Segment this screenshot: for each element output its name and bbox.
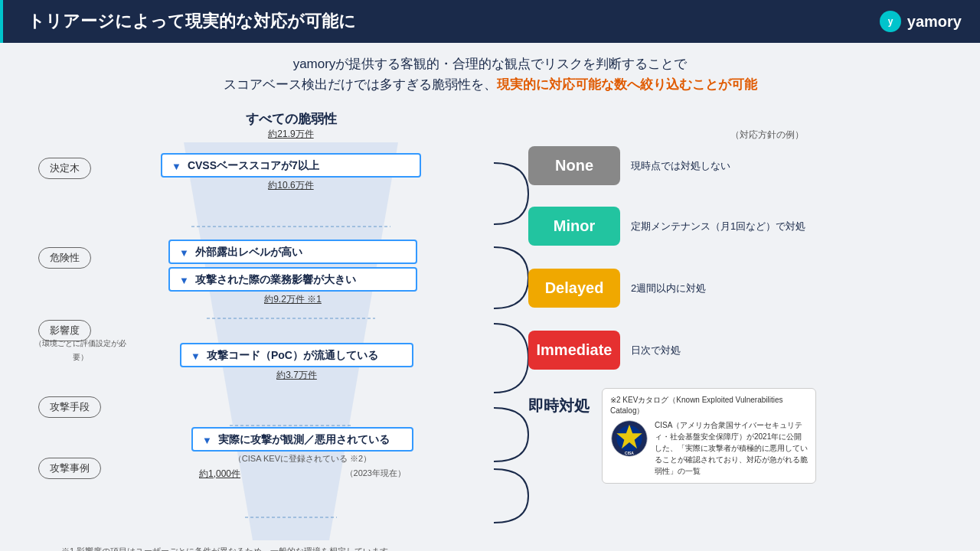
filter4-count: 約1,000件 (199, 468, 240, 481)
filter1-box: ▼ CVSSベーススコアが7以上 (161, 153, 421, 178)
filter2a-text: 外部露出レベルが高い (195, 246, 302, 259)
filter2b-icon: ▼ (179, 275, 189, 286)
label-eikyodo-sub: （環境ごとに評価設定が必要） (31, 335, 130, 363)
severity-immediate-box: Immediate (528, 331, 620, 370)
funnel-container: すべての脆弱性 約21.9万件 ▼ (145, 106, 436, 548)
label-kogeki-shudan: 攻撃手段 (38, 396, 101, 418)
kikensei-badge: 危険性 (38, 247, 91, 269)
filter1-icon: ▼ (172, 161, 181, 172)
svg-marker-2 (184, 142, 398, 540)
kogeki-jirei-badge: 攻撃事例 (38, 458, 101, 479)
filter4-text: 実際に攻撃が観測／悪用されている (218, 433, 390, 447)
kev-title: ※2 KEVカタログ（Known Exploited Vulnerabiliti… (610, 395, 808, 416)
svg-text:y: y (888, 16, 893, 27)
label-kikensei: 危険性 (38, 247, 91, 269)
severity-immediate-desc: 日次で対処 (631, 344, 681, 357)
diagram-container: 決定木 危険性 影響度 （環境ごとに評価設定が必要） 攻撃手段 攻撃事例 すべて… (31, 106, 949, 551)
filter3-icon: ▼ (191, 350, 201, 362)
page-title: トリアージによって現実的な対応が可能に (18, 10, 356, 33)
svg-text:CISA: CISA (625, 451, 634, 455)
funnel-top: すべての脆弱性 約21.9万件 (145, 106, 436, 142)
filter1-count: 約10.6万件 (161, 179, 421, 192)
severity-immediate-block: Immediate 日次で対処 (528, 331, 816, 370)
severity-delayed-desc: 2週間以内に対処 (631, 282, 706, 295)
subtitle-line2-prefix: スコアベース検出だけでは多すぎる脆弱性を、 (224, 77, 497, 92)
filter4-icon: ▼ (202, 435, 212, 446)
label-kogeki-jirei: 攻撃事例 (38, 458, 101, 479)
filter4-box: ▼ 実際に攻撃が観測／悪用されている (191, 427, 413, 452)
cisa-logo: CISA (610, 419, 648, 458)
filter2b-box: ▼ 攻撃された際の業務影響が大きい (168, 267, 417, 292)
subtitle-line2: スコアベース検出だけでは多すぎる脆弱性を、現実的に対応可能な数へ絞り込むことが可… (31, 76, 949, 93)
logo: y yamory (880, 11, 962, 32)
subtitle-line2-highlight: 現実的に対応可能な数へ絞り込むことが可能 (497, 77, 757, 92)
filter4-area: ▼ 実際に攻撃が観測／悪用されている （CISA KEVに登録されている ※2）… (191, 427, 413, 481)
subtitle-area: yamoryが提供する客観的・合理的な観点でリスクを判断することで スコアベース… (31, 55, 949, 93)
filter2a-icon: ▼ (179, 247, 189, 259)
kev-box: ※2 KEVカタログ（Known Exploited Vulnerabiliti… (602, 388, 816, 484)
severity-minor-block: Minor 定期メンテナンス（月1回など）で対処 (528, 207, 816, 246)
year-note: （2023年現在） (345, 468, 406, 479)
severity-minor-desc: 定期メンテナンス（月1回など）で対処 (631, 220, 805, 233)
severity-delayed-block: Delayed 2週間以内に対処 (528, 269, 816, 308)
filter4-sub: （CISA KEVに登録されている ※2） (191, 453, 413, 465)
label-ketteiki: 決定木 (38, 158, 91, 179)
extra-row: 即時対処 ※2 KEVカタログ（Known Exploited Vulnerab… (528, 388, 816, 484)
severity-none-block: None 現時点では対処しない (528, 146, 816, 185)
severity-none-box: None (528, 146, 620, 185)
right-container: （対応方針の例） None 現時点では対処しない Minor 定期メンテナンス（… (528, 129, 816, 484)
severity-none-desc: 現時点では対処しない (631, 159, 730, 173)
kogeki-shudan-badge: 攻撃手段 (38, 396, 101, 418)
logo-icon: y (880, 11, 901, 32)
filter1-text: CVSSベーススコアが7以上 (188, 159, 319, 173)
filter3-box: ▼ 攻撃コード（PoC）が流通している (180, 343, 413, 367)
kev-text: CISA（アメリカ合衆国サイバーセキュリティ・社会基盤安全保障庁）が2021年に… (655, 419, 808, 477)
filter3-count: 約3.7万件 (180, 369, 413, 382)
subtitle-line1: yamoryが提供する客観的・合理的な観点でリスクを判断することで (31, 55, 949, 73)
logo-text: yamory (907, 13, 962, 31)
filter2b-text: 攻撃された際の業務影響が大きい (195, 273, 356, 287)
severity-minor-box: Minor (528, 207, 620, 246)
filter2-area: ▼ 外部露出レベルが高い ▼ 攻撃された際の業務影響が大きい 約9.2万件 ※1 (168, 240, 417, 306)
funnel-top-label: すべての脆弱性 (145, 110, 436, 128)
footnote: ※1 影響度の項目はユーザーごとに条件が異なるため、一般的な環境を想定しています (61, 546, 388, 551)
filter2a-box: ▼ 外部露出レベルが高い (168, 240, 417, 264)
filter1-area: ▼ CVSSベーススコアが7以上 約10.6万件 (161, 153, 421, 192)
eikyodo-sub-text: （環境ごとに評価設定が必要） (34, 339, 126, 361)
header: トリアージによって現実的な対応が可能に y yamory (0, 0, 980, 43)
extra-label: 即時対処 (528, 388, 590, 416)
main-content: yamoryが提供する客観的・合理的な観点でリスクを判断することで スコアベース… (0, 43, 980, 551)
kev-content: CISA CISA（アメリカ合衆国サイバーセキュリティ・社会基盤安全保障庁）が2… (610, 419, 808, 477)
funnel-top-count: 約21.9万件 (145, 128, 436, 141)
policy-note: （対応方針の例） (528, 129, 804, 142)
severity-delayed-box: Delayed (528, 269, 620, 308)
filter2-count: 約9.2万件 ※1 (168, 293, 417, 306)
filter3-text: 攻撃コード（PoC）が流通している (207, 349, 378, 363)
filter3-area: ▼ 攻撃コード（PoC）が流通している 約3.7万件 (180, 343, 413, 382)
ketteiki-badge: 決定木 (38, 158, 91, 179)
